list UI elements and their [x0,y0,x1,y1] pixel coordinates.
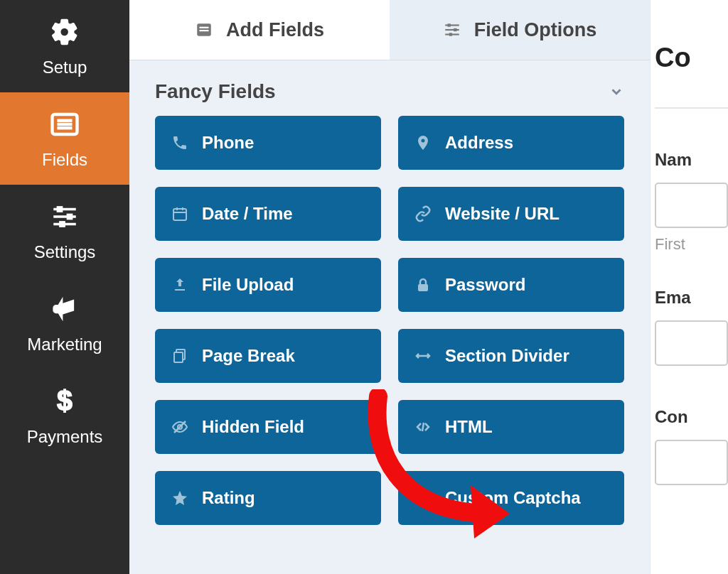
svg-rect-12 [199,27,208,28]
sidebar-item-payments[interactable]: $ Payments [0,369,129,462]
fields-panel: Add Fields Field Options Fancy Fields Ph… [129,0,650,574]
divider [655,107,728,109]
code-icon [414,418,432,436]
lock-icon [414,276,432,294]
sidebar-item-label: Marketing [27,335,102,354]
name-input[interactable] [655,183,728,228]
field-sublabel-first: First [655,235,728,254]
email-input[interactable] [655,320,728,366]
field-pagebreak[interactable]: Page Break [155,329,381,383]
sliders-icon [48,200,82,234]
sidebar-item-setup[interactable]: Setup [0,0,129,92]
section-title: Fancy Fields [155,80,276,103]
divider-icon [414,347,432,365]
comment-input[interactable] [655,440,728,485]
svg-rect-24 [418,284,428,291]
svg-rect-20 [173,209,186,220]
pages-icon [171,347,189,365]
field-password[interactable]: Password [398,258,624,312]
field-label: Rating [202,488,255,508]
field-datetime[interactable]: Date / Time [155,187,381,241]
field-label: Hidden Field [202,417,304,437]
svg-rect-15 [447,23,450,26]
sidebar: Setup Fields Settings Marketing $ Paymen… [0,0,129,574]
field-label-email: Ema [655,288,728,308]
tab-label: Add Fields [226,19,324,41]
field-label: Phone [202,133,254,153]
upload-icon [171,276,189,294]
form-preview: Co Nam First Ema Con [650,0,728,574]
form-icon [195,21,213,39]
section-header[interactable]: Fancy Fields [129,60,650,116]
field-html[interactable]: HTML [398,400,624,454]
sidebar-item-fields[interactable]: Fields [0,92,129,185]
svg-rect-19 [449,33,451,36]
field-phone[interactable]: Phone [155,116,381,170]
sidebar-item-label: Setup [43,58,87,77]
tab-label: Field Options [474,19,597,41]
dollar-icon: $ [48,384,82,418]
link-icon [414,205,432,223]
tab-field-options[interactable]: Field Options [390,0,650,60]
location-pin-icon [414,134,432,152]
field-label: File Upload [202,275,294,295]
field-address[interactable]: Address [398,116,624,170]
form-title: Co [655,43,728,73]
sliders-icon [443,21,461,39]
panel-tabs: Add Fields Field Options [129,0,650,60]
field-website[interactable]: Website / URL [398,187,624,241]
field-divider[interactable]: Section Divider [398,329,624,383]
field-hidden[interactable]: Hidden Field [155,400,381,454]
svg-rect-5 [58,207,63,212]
svg-rect-17 [454,28,456,31]
field-rating[interactable]: Rating [155,471,381,525]
gear-icon [48,15,82,49]
field-label: Website / URL [445,204,560,224]
tab-add-fields[interactable]: Add Fields [129,0,390,60]
sidebar-item-label: Payments [27,427,103,447]
sidebar-item-marketing[interactable]: Marketing [0,277,129,369]
phone-icon [171,134,189,152]
field-label-name: Nam [655,150,728,170]
field-grid: Phone Address Date / Time Website / URL … [129,116,650,551]
svg-rect-9 [60,222,65,227]
calendar-icon [171,205,189,223]
svg-line-30 [422,423,424,431]
svg-rect-13 [199,30,208,31]
field-label: Address [445,133,513,153]
field-label: Section Divider [445,346,569,366]
question-circle-icon: ? [414,489,432,507]
field-label: Page Break [202,346,295,366]
field-captcha[interactable]: ? Custom Captcha [398,471,624,525]
field-label: HTML [445,417,493,437]
field-label: Password [445,275,525,295]
svg-rect-7 [68,215,73,220]
chevron-down-icon [609,84,624,99]
field-label: Custom Captcha [445,488,581,508]
list-icon [48,107,82,141]
sidebar-item-settings[interactable]: Settings [0,185,129,277]
megaphone-icon [48,292,82,326]
sidebar-item-label: Settings [34,242,96,262]
svg-text:$: $ [57,386,72,416]
field-label-comment: Con [655,407,728,427]
eye-slash-icon [171,418,189,436]
field-label: Date / Time [202,204,293,224]
svg-rect-26 [174,352,183,362]
field-upload[interactable]: File Upload [155,258,381,312]
star-icon [171,489,189,507]
sidebar-item-label: Fields [42,150,87,170]
svg-text:?: ? [420,492,427,504]
